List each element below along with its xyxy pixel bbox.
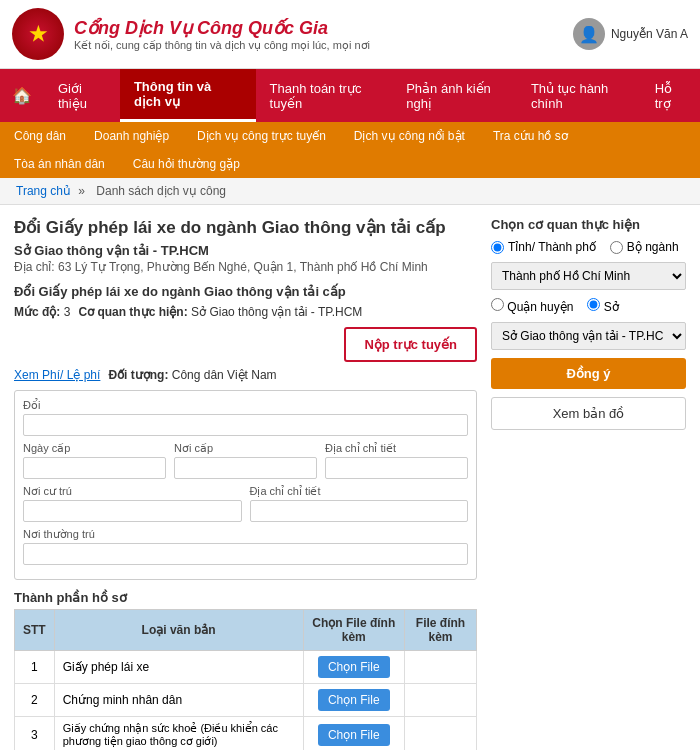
field-label-dcct1: Địa chỉ chỉ tiết [325, 442, 468, 455]
field-input-ngaycap[interactable] [23, 457, 166, 479]
documents-table: STT Loại văn bản Chọn File đính kèm File… [14, 609, 477, 750]
avatar: 👤 [573, 18, 605, 50]
site-subtitle: Kết nối, cung cấp thông tin và dịch vụ c… [74, 39, 370, 52]
authority-label: Cơ quan thực hiện: [78, 305, 187, 319]
submit-online-button[interactable]: Nộp trực tuyến [344, 327, 477, 362]
col-chonfile: Chọn File đính kèm [303, 610, 404, 651]
field-input-noicutru[interactable] [23, 500, 242, 522]
field-input-doi[interactable] [23, 414, 468, 436]
nav-item-hotro[interactable]: Hỗ trợ [641, 71, 700, 121]
level-label: Mức độ: [14, 305, 60, 319]
field-input-dcct2[interactable] [250, 500, 469, 522]
org-name: Sở Giao thông vận tải - TP.HCM [14, 243, 477, 258]
form-field-ngaycap: Ngày cấp [23, 442, 166, 479]
header-logo: ★ Cổng Dịch Vụ Công Quốc Gia Kết nối, cu… [12, 8, 573, 60]
col-loaivanban: Loại văn bản [54, 610, 303, 651]
radio-group-level1: Tỉnh/ Thành phố Bộ ngành [491, 240, 686, 254]
radio-bo-input[interactable] [610, 241, 623, 254]
choose-file-btn-2[interactable]: Chọn File [318, 689, 390, 711]
level-value: 3 [64, 305, 71, 319]
fee-link[interactable]: Xem Phí/ Lệ phí [14, 368, 100, 382]
target-label: Đối tượng: [108, 368, 168, 382]
field-label-noicap: Nơi cấp [174, 442, 317, 455]
radio-tinh-input[interactable] [491, 241, 504, 254]
field-label-ngaycap: Ngày cấp [23, 442, 166, 455]
sub-nav: Công dân Doanh nghiệp Dịch vụ công trực … [0, 122, 700, 178]
target-value: Công dân Việt Nam [172, 368, 277, 382]
field-input-dcct1[interactable] [325, 457, 468, 479]
authority-info: Cơ quan thực hiện: Sở Giao thông vận tải… [78, 305, 362, 319]
national-emblem: ★ [12, 8, 64, 60]
row1-stt: 1 [15, 651, 55, 684]
org-address: Địa chỉ: 63 Lý Tự Trọng, Phường Bến Nghé… [14, 260, 477, 274]
info-row: Mức độ: 3 Cơ quan thực hiện: Sở Giao thô… [14, 305, 477, 362]
breadcrumb-home[interactable]: Trang chủ [16, 184, 71, 198]
radio-group-level2: Quận huyện Sở [491, 298, 686, 314]
subnav-dvtt[interactable]: Dịch vụ công trực tuyến [183, 122, 340, 150]
choose-file-btn-3[interactable]: Chọn File [318, 724, 390, 746]
radio-tinh[interactable]: Tỉnh/ Thành phố [491, 240, 596, 254]
radio-so-label: Sở [604, 300, 619, 314]
breadcrumb: Trang chủ » Danh sách dịch vụ công [0, 178, 700, 205]
nav-item-thutuc[interactable]: Thủ tục hành chính [517, 71, 641, 121]
field-label-doi: Đổi [23, 399, 468, 412]
radio-bo[interactable]: Bộ ngành [610, 240, 679, 254]
header-title-block: Cổng Dịch Vụ Công Quốc Gia Kết nối, cung… [74, 17, 370, 52]
dept-select[interactable]: Sở Giao thông vận tải - TP.HCM [491, 322, 686, 350]
agree-button[interactable]: Đồng ý [491, 358, 686, 389]
field-label-dcct2: Địa chỉ chỉ tiết [250, 485, 469, 498]
documents-section: Thành phần hồ sơ STT Loại văn bản Chọn F… [14, 590, 477, 750]
field-input-noicap[interactable] [174, 457, 317, 479]
user-name: Nguyễn Văn A [611, 27, 688, 41]
radio-quan-input[interactable] [491, 298, 504, 311]
row3-choose[interactable]: Chọn File [303, 717, 404, 750]
field-label-noicutru: Nơi cư trú [23, 485, 242, 498]
sidebar-title: Chọn cơ quan thực hiện [491, 217, 686, 232]
breadcrumb-separator: » [78, 184, 85, 198]
form-field-diachibiet1: Địa chỉ chỉ tiết [325, 442, 468, 479]
map-button[interactable]: Xem bản đồ [491, 397, 686, 430]
nav-item-phananh[interactable]: Phản ánh kiến nghị [392, 71, 517, 121]
row2-file [404, 684, 476, 717]
section-title: Đổi Giấy phép lái xe do ngành Giao thông… [14, 284, 477, 299]
home-icon[interactable]: 🏠 [0, 76, 44, 115]
info-row2: Xem Phí/ Lệ phí Đối tượng: Công dân Việt… [14, 368, 477, 382]
table-row: 3 Giấy chứng nhận sức khoẻ (Điều khiển c… [15, 717, 477, 750]
radio-quan-label: Quận huyện [507, 300, 573, 314]
row2-stt: 2 [15, 684, 55, 717]
nav-item-thanhtoan[interactable]: Thanh toán trực tuyến [256, 71, 393, 121]
radio-tinh-label: Tỉnh/ Thành phố [508, 240, 596, 254]
form-section: Đổi Ngày cấp Nơi cấp Địa chỉ chỉ tiết [14, 390, 477, 580]
target-info: Đối tượng: Công dân Việt Nam [108, 368, 276, 382]
row2-choose[interactable]: Chọn File [303, 684, 404, 717]
field-input-noithuongtru[interactable] [23, 543, 468, 565]
subnav-congdan[interactable]: Công dân [0, 122, 80, 150]
breadcrumb-current: Danh sách dịch vụ công [96, 184, 226, 198]
province-select[interactable]: Thành phố Hồ Chí Minh [491, 262, 686, 290]
subnav-dvnb[interactable]: Dịch vụ công nổi bật [340, 122, 479, 150]
table-title: Thành phần hồ sơ [14, 590, 477, 605]
nav-item-gioithieu[interactable]: Giới thiệu [44, 71, 120, 121]
field-label-noithuongtru: Nơi thường trú [23, 528, 468, 541]
form-field-noicutru: Nơi cư trú [23, 485, 242, 522]
radio-so-input[interactable] [587, 298, 600, 311]
radio-quan[interactable]: Quận huyện [491, 298, 573, 314]
subnav-toaan[interactable]: Tòa án nhân dân [0, 150, 119, 178]
user-area[interactable]: 👤 Nguyễn Văn A [573, 18, 688, 50]
form-field-diachibiet2: Địa chỉ chỉ tiết [250, 485, 469, 522]
col-filedinh: File đính kèm [404, 610, 476, 651]
choose-file-btn-1[interactable]: Chọn File [318, 656, 390, 678]
subnav-faq[interactable]: Câu hỏi thường gặp [119, 150, 254, 178]
row1-file [404, 651, 476, 684]
page-title: Đổi Giấy phép lái xe do ngành Giao thông… [14, 217, 477, 239]
row1-choose[interactable]: Chọn File [303, 651, 404, 684]
form-field-noicap: Nơi cấp [174, 442, 317, 479]
subnav-doanhnghiep[interactable]: Doanh nghiệp [80, 122, 183, 150]
nav-item-thongtin[interactable]: Thông tin và dịch vụ [120, 69, 256, 122]
header: ★ Cổng Dịch Vụ Công Quốc Gia Kết nối, cu… [0, 0, 700, 69]
main-panel: Đổi Giấy phép lái xe do ngành Giao thông… [14, 217, 477, 750]
row2-name: Chứng minh nhân dân [54, 684, 303, 717]
radio-so[interactable]: Sở [587, 298, 618, 314]
subnav-tracuu[interactable]: Tra cứu hồ sơ [479, 122, 582, 150]
table-row: 2 Chứng minh nhân dân Chọn File [15, 684, 477, 717]
